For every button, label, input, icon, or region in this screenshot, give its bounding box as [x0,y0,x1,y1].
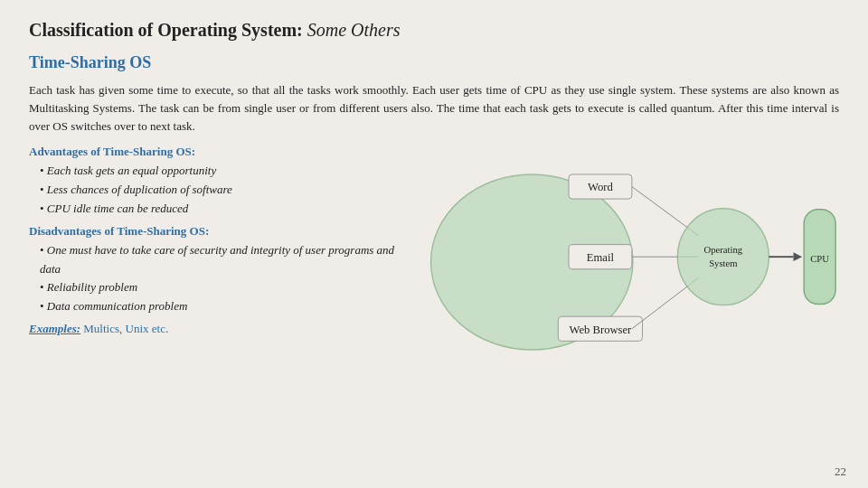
svg-marker-9 [794,253,803,262]
section-title: Time-Sharing OS [29,53,839,72]
left-content: Advantages of Time-Sharing OS: Each task… [29,145,418,380]
list-item: One must have to take care of security a… [40,241,418,279]
cpu-label: CPU [810,253,829,264]
advantages-list: Each task gets an equal opportunity Less… [40,162,418,218]
webbrowser-label: Web Browser [570,324,632,336]
os-label-2: System [709,258,738,268]
list-item: Reliability problem [40,278,418,297]
examples-text: Multics, Unix etc. [80,322,168,335]
list-item: Each task gets an equal opportunity [40,162,418,181]
email-label: Email [587,251,615,264]
list-item: Data communication problem [40,297,418,316]
main-title: Classification of Operating System: Some… [29,20,839,41]
disadvantages-list: One must have to take care of security a… [40,241,418,316]
examples-line: Examples: Multics, Unix etc. [29,322,418,336]
list-item: CPU idle time can be reduced [40,200,418,219]
content-area: Advantages of Time-Sharing OS: Each task… [29,145,839,380]
list-item: Less chances of duplication of software [40,181,418,200]
word-label: Word [588,182,613,194]
slide: Classification of Operating System: Some… [0,0,868,488]
examples-label: Examples: [29,322,80,335]
diagram-area: Word Email Web Browser Operating System [418,145,839,380]
advantages-title: Advantages of Time-Sharing OS: [29,145,418,159]
disadvantages-title: Disadvantages of Time-Sharing OS: [29,224,418,239]
body-paragraph: Each task has given some time to execute… [29,81,839,136]
page-number: 22 [835,465,846,479]
diagram-svg: Word Email Web Browser Operating System [418,145,839,380]
title-text: Classification of Operating System: [29,20,303,40]
os-label: Operating [704,245,743,256]
title-italic: Some Others [307,20,401,40]
